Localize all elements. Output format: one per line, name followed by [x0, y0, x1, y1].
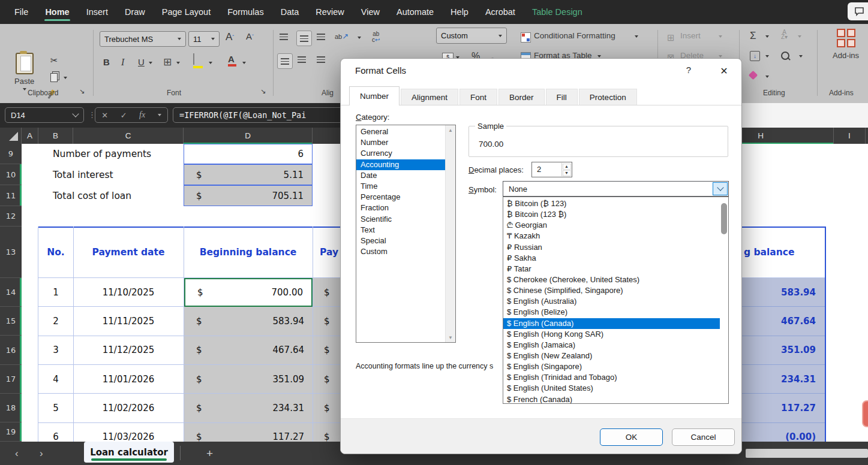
conditional-formatting-button[interactable]: Conditional Formatting: [534, 31, 615, 40]
next-sheet-button[interactable]: ›: [40, 442, 43, 465]
align-bottom-button[interactable]: [317, 34, 325, 40]
decimal-places-spinner[interactable]: 2 ▲ ▼: [531, 162, 572, 177]
cell-beginning-balance[interactable]: $467.64: [184, 336, 313, 365]
menu-item[interactable]: Home: [37, 0, 77, 24]
column-header-b[interactable]: B: [38, 128, 73, 144]
clear-chevron-icon[interactable]: [765, 76, 769, 78]
cell-payment-date[interactable]: 11/02/2026: [73, 394, 184, 422]
ok-button[interactable]: OK: [600, 428, 663, 446]
symbol-option[interactable]: $ Cherokee (Cherokee, United States): [503, 274, 720, 285]
scroll-down-icon[interactable]: ▼: [446, 333, 455, 342]
column-header-d[interactable]: D: [184, 128, 313, 144]
bold-button[interactable]: B: [103, 57, 110, 67]
help-button[interactable]: ?: [683, 65, 695, 75]
dialog-tab[interactable]: Protection: [579, 89, 637, 105]
header-payment-date[interactable]: Payment date: [73, 227, 184, 278]
orientation-button[interactable]: ab↗: [335, 32, 349, 41]
menu-item[interactable]: Table Design: [524, 0, 591, 24]
menu-item[interactable]: Help: [442, 0, 477, 24]
dialog-tab[interactable]: Border: [498, 89, 545, 105]
select-all-corner[interactable]: [0, 128, 22, 144]
symbol-option[interactable]: $ Chinese (Simplified, Singapore): [503, 285, 720, 296]
menu-item[interactable]: Data: [272, 0, 308, 24]
header-ending-balance-clipped[interactable]: g balance: [744, 227, 828, 278]
menu-item[interactable]: Formulas: [219, 0, 272, 24]
conditional-formatting-chevron-icon[interactable]: [635, 35, 638, 38]
symbol-option[interactable]: ₽ Sakha: [503, 253, 720, 264]
symbol-dropdown-button[interactable]: [713, 182, 728, 195]
category-option[interactable]: Scientific: [356, 214, 445, 225]
font-name-combo[interactable]: Trebuchet MS: [100, 31, 186, 47]
spin-down-icon[interactable]: ▼: [563, 170, 571, 176]
category-option[interactable]: Accounting: [356, 159, 445, 170]
menu-item[interactable]: Insert: [78, 0, 116, 24]
cell-beginning-balance[interactable]: $234.31: [184, 394, 313, 422]
autosum-chevron-icon[interactable]: [765, 35, 769, 38]
menu-item[interactable]: Automate: [388, 0, 442, 24]
symbol-option[interactable]: $ English (Belize): [503, 307, 720, 318]
insert-cells-button[interactable]: Insert: [680, 31, 701, 40]
fill-color-chevron-icon[interactable]: [209, 62, 212, 64]
horizontal-scrollbar[interactable]: [746, 449, 868, 458]
close-button[interactable]: ✕: [716, 64, 732, 78]
dialog-tab[interactable]: Font: [459, 89, 497, 105]
font-size-combo[interactable]: 11: [188, 31, 220, 47]
cut-button[interactable]: ✂: [50, 55, 58, 66]
fill-down-button[interactable]: ↓: [750, 51, 760, 61]
fill-down-chevron-icon[interactable]: [765, 55, 769, 58]
cancel-button[interactable]: Cancel: [672, 428, 735, 446]
symbol-option[interactable]: ₾ Georgian: [503, 220, 720, 231]
copy-button[interactable]: [50, 73, 58, 82]
dialog-tab[interactable]: Number: [349, 86, 400, 105]
sheet-tab-loan-calculator[interactable]: Loan calculator: [84, 442, 174, 463]
category-option[interactable]: Custom: [356, 246, 445, 257]
column-header-c[interactable]: C: [73, 128, 184, 144]
add-sheet-button[interactable]: +: [206, 442, 213, 465]
symbol-option[interactable]: ₿ Bitcoin (123 ₿): [503, 209, 720, 220]
find-select-button[interactable]: [781, 52, 789, 60]
number-format-combo[interactable]: Custom: [436, 28, 507, 44]
align-center-button[interactable]: [298, 56, 306, 63]
cell-no[interactable]: 4: [38, 365, 73, 394]
font-color-button[interactable]: A: [228, 54, 235, 64]
cell-beginning-balance[interactable]: $351.09: [184, 365, 313, 394]
symbol-option[interactable]: $ English (Canada): [503, 318, 720, 329]
cell-payment-date[interactable]: 11/01/2026: [73, 365, 184, 394]
category-option[interactable]: Number: [356, 137, 445, 148]
cell-no[interactable]: 6: [38, 423, 73, 442]
category-option[interactable]: Special: [356, 235, 445, 246]
cell-no[interactable]: 2: [38, 307, 73, 336]
category-option[interactable]: Date: [356, 170, 445, 181]
symbol-option[interactable]: $ English (United States): [503, 383, 720, 394]
category-option[interactable]: Text: [356, 225, 445, 235]
header-no[interactable]: No.: [38, 227, 73, 278]
clear-button[interactable]: [750, 72, 756, 78]
orientation-chevron-icon[interactable]: [358, 37, 361, 39]
find-select-chevron-icon[interactable]: [799, 55, 803, 58]
symbol-option[interactable]: $ English (Singapore): [503, 361, 720, 372]
symbol-option[interactable]: ₿ Bitcoin (₿ 123): [503, 198, 720, 209]
decrease-font-button[interactable]: Aˇ: [246, 31, 254, 41]
cell-beginning-balance[interactable]: $583.94: [184, 307, 313, 336]
menu-item[interactable]: Draw: [116, 0, 154, 24]
autosum-button[interactable]: Σ: [750, 30, 756, 42]
spin-up-icon[interactable]: ▲: [563, 164, 571, 170]
copy-chevron-icon[interactable]: [64, 77, 67, 79]
comments-button[interactable]: [848, 2, 868, 20]
cell-total-cost-of-loan[interactable]: $705.11: [184, 185, 313, 206]
fill-color-button[interactable]: [193, 54, 194, 65]
symbol-option[interactable]: $ English (Australia): [503, 296, 720, 307]
insert-function-button[interactable]: fx: [139, 110, 145, 120]
menu-item[interactable]: View: [353, 0, 388, 24]
prev-sheet-button[interactable]: ‹: [15, 442, 19, 465]
name-box[interactable]: D14: [5, 107, 84, 123]
italic-button[interactable]: I: [121, 57, 124, 68]
row-header[interactable]: 11: [0, 185, 22, 206]
cell-total-interest[interactable]: $5.11: [184, 164, 313, 185]
category-option[interactable]: Percentage: [356, 192, 445, 203]
clipboard-dialog-launcher[interactable]: ↘: [79, 87, 85, 95]
format-as-table-chevron-icon[interactable]: [597, 55, 601, 58]
symbol-option[interactable]: ₽ Russian: [503, 242, 720, 253]
cell-beginning-balance[interactable]: $117.27: [184, 423, 313, 442]
cell-no[interactable]: 5: [38, 394, 73, 422]
